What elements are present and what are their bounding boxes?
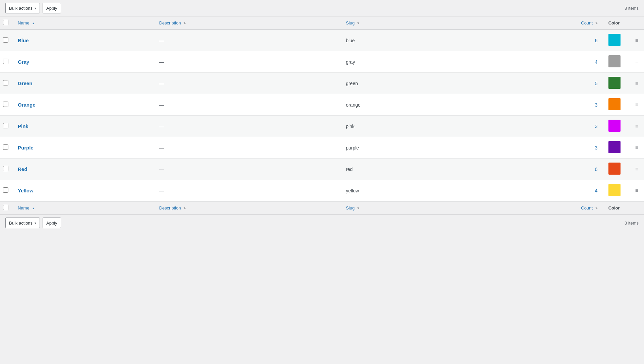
row-name-link-2[interactable]: Green [18, 80, 32, 86]
table-row: Pink — pink 3 ≡ [0, 116, 644, 137]
table-footer-row: Name ▲ Description ⇅ Slug ⇅ Count ⇅ [0, 201, 644, 215]
row-drag-handle-3[interactable]: ≡ [630, 94, 644, 116]
row-color-cell-3 [603, 94, 630, 116]
row-count-cell-0: 6 [467, 30, 603, 51]
header-slug[interactable]: Slug ⇅ [340, 16, 467, 30]
footer-count-label: Count [581, 205, 593, 210]
header-count[interactable]: Count ⇅ [467, 16, 603, 30]
table-row: Purple — purple 3 ≡ [0, 137, 644, 159]
row-drag-handle-0[interactable]: ≡ [630, 30, 644, 51]
row-slug-cell-1: gray [340, 51, 467, 73]
footer-color-label: Color [608, 205, 620, 210]
header-name-label: Name [18, 20, 30, 25]
row-count-cell-7: 4 [467, 180, 603, 201]
bulk-actions-label-top: Bulk actions [9, 6, 33, 11]
header-description[interactable]: Description ⇅ [154, 16, 340, 30]
table-row: Yellow — yellow 4 ≡ [0, 180, 644, 201]
row-color-cell-2 [603, 73, 630, 94]
footer-name-label: Name [18, 205, 30, 210]
row-desc-cell-1: — [154, 51, 340, 73]
row-drag-handle-5[interactable]: ≡ [630, 137, 644, 159]
row-name-link-3[interactable]: Orange [18, 102, 36, 108]
row-checkbox-cell-6 [0, 159, 12, 180]
row-name-cell-5: Purple [12, 137, 154, 159]
sort-name-icon: ▲ [32, 22, 35, 25]
footer-name[interactable]: Name ▲ [12, 201, 154, 215]
row-checkbox-cell-2 [0, 73, 12, 94]
row-desc-cell-7: — [154, 180, 340, 201]
color-swatch-6 [608, 163, 621, 175]
chevron-down-icon-bottom: ▾ [35, 221, 36, 225]
row-checkbox-0[interactable] [3, 37, 8, 43]
sort-count-icon: ⇅ [595, 22, 598, 25]
row-checkbox-cell-0 [0, 30, 12, 51]
top-toolbar: Bulk actions ▾ Apply 8 items [0, 0, 644, 16]
row-drag-handle-6[interactable]: ≡ [630, 159, 644, 180]
row-checkbox-4[interactable] [3, 123, 8, 128]
header-slug-label: Slug [346, 20, 355, 25]
row-name-link-5[interactable]: Purple [18, 145, 34, 150]
row-name-cell-4: Pink [12, 116, 154, 137]
row-count-cell-6: 6 [467, 159, 603, 180]
color-swatch-0 [608, 34, 621, 46]
row-checkbox-5[interactable] [3, 144, 8, 150]
apply-button-bottom[interactable]: Apply [43, 218, 61, 228]
chevron-down-icon-top: ▾ [35, 6, 36, 10]
row-count-cell-2: 5 [467, 73, 603, 94]
row-name-cell-0: Blue [12, 30, 154, 51]
table-row: Orange — orange 3 ≡ [0, 94, 644, 116]
table-row: Green — green 5 ≡ [0, 73, 644, 94]
row-name-link-6[interactable]: Red [18, 166, 27, 172]
footer-count[interactable]: Count ⇅ [467, 201, 603, 215]
header-checkbox-cell [0, 16, 12, 30]
row-name-link-7[interactable]: Yellow [18, 188, 34, 193]
row-drag-handle-1[interactable]: ≡ [630, 51, 644, 73]
row-color-cell-1 [603, 51, 630, 73]
row-name-cell-1: Gray [12, 51, 154, 73]
row-name-cell-2: Green [12, 73, 154, 94]
footer-slug[interactable]: Slug ⇅ [340, 201, 467, 215]
table-row: Blue — blue 6 ≡ [0, 30, 644, 51]
row-desc-cell-3: — [154, 94, 340, 116]
table-row: Red — red 6 ≡ [0, 159, 644, 180]
row-checkbox-7[interactable] [3, 187, 8, 193]
row-checkbox-2[interactable] [3, 80, 8, 85]
header-description-label: Description [159, 20, 181, 25]
row-checkbox-1[interactable] [3, 59, 8, 64]
bulk-actions-label-bottom: Bulk actions [9, 221, 33, 226]
header-color: Color [603, 16, 630, 30]
row-name-link-1[interactable]: Gray [18, 59, 29, 65]
sort-description-icon: ⇅ [183, 22, 186, 25]
row-count-cell-3: 3 [467, 94, 603, 116]
footer-sort-count-icon: ⇅ [595, 207, 598, 210]
header-drag [630, 16, 644, 30]
sort-slug-icon: ⇅ [357, 22, 360, 25]
select-all-checkbox-top[interactable] [3, 20, 8, 25]
row-checkbox-cell-5 [0, 137, 12, 159]
footer-description-label: Description [159, 205, 181, 210]
bottom-items-count: 8 items [625, 221, 639, 226]
top-toolbar-left: Bulk actions ▾ Apply [5, 3, 61, 13]
row-drag-handle-2[interactable]: ≡ [630, 73, 644, 94]
header-name[interactable]: Name ▲ [12, 16, 154, 30]
row-name-link-4[interactable]: Pink [18, 123, 29, 129]
row-drag-handle-7[interactable]: ≡ [630, 180, 644, 201]
color-swatch-1 [608, 55, 621, 67]
row-checkbox-3[interactable] [3, 102, 8, 107]
row-desc-cell-2: — [154, 73, 340, 94]
row-checkbox-6[interactable] [3, 166, 8, 171]
select-all-checkbox-bottom[interactable] [3, 205, 8, 210]
footer-description[interactable]: Description ⇅ [154, 201, 340, 215]
row-slug-cell-0: blue [340, 30, 467, 51]
row-color-cell-5 [603, 137, 630, 159]
table-row: Gray — gray 4 ≡ [0, 51, 644, 73]
bulk-actions-dropdown-top[interactable]: Bulk actions ▾ [5, 3, 40, 13]
row-name-link-0[interactable]: Blue [18, 38, 29, 43]
footer-sort-name-icon: ▲ [32, 207, 35, 210]
apply-button-top[interactable]: Apply [43, 3, 61, 13]
row-drag-handle-4[interactable]: ≡ [630, 116, 644, 137]
row-color-cell-0 [603, 30, 630, 51]
footer-slug-label: Slug [346, 205, 355, 210]
bulk-actions-dropdown-bottom[interactable]: Bulk actions ▾ [5, 218, 40, 228]
footer-checkbox-cell [0, 201, 12, 215]
